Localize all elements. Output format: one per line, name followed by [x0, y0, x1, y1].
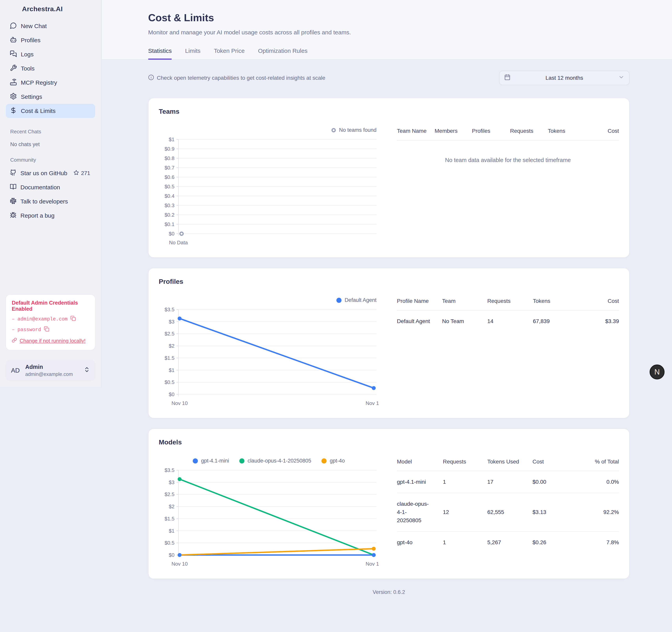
- community-item-label: Talk to developers: [20, 198, 68, 205]
- table-cell: 67,839: [533, 310, 584, 332]
- table-cell: 7.8%: [578, 531, 619, 553]
- user-menu[interactable]: AD Admin admin@example.com: [5, 360, 96, 381]
- sidebar-item-label: Tools: [21, 65, 34, 72]
- svg-text:$0.5: $0.5: [165, 184, 174, 189]
- legend-label: gpt-4o: [330, 458, 345, 464]
- svg-text:Nov 17: Nov 17: [366, 400, 379, 406]
- svg-text:No Data: No Data: [169, 239, 188, 246]
- column-header: Cost: [584, 296, 619, 310]
- profiles-card: Profiles Default Agent $3.5$3$2.5$2$1.5$…: [148, 268, 629, 418]
- table-cell: 62,555: [487, 493, 532, 531]
- profiles-card-title: Profiles: [159, 278, 619, 285]
- dev-indicator-button[interactable]: N: [650, 364, 665, 379]
- page-header: Cost & Limits Monitor and manage your AI…: [102, 0, 672, 60]
- community-item-report-bug[interactable]: Report a bug: [6, 208, 95, 223]
- svg-text:Nov 17: Nov 17: [366, 561, 379, 567]
- credential-password: password: [18, 327, 41, 333]
- legend-item: gpt-4o: [321, 458, 345, 464]
- legend-item: gpt-4.1-mini: [193, 458, 229, 464]
- sidebar-item-tools[interactable]: Tools: [6, 61, 95, 76]
- sidebar-item-label: Logs: [21, 51, 33, 58]
- bot-icon: [10, 36, 17, 45]
- credentials-link[interactable]: Change if not running locally!: [12, 337, 89, 344]
- svg-text:$3.5: $3.5: [165, 467, 174, 473]
- community-item-github[interactable]: Star us on GitHub 271: [6, 166, 95, 180]
- tab-limits[interactable]: Limits: [185, 48, 200, 59]
- sidebar-item-new-chat[interactable]: New Chat: [6, 19, 95, 33]
- svg-text:$1: $1: [169, 367, 174, 373]
- tab-optimization-rules[interactable]: Optimization Rules: [258, 48, 308, 59]
- table-cell: 14: [487, 310, 533, 332]
- dollar-icon: [10, 107, 17, 115]
- copy-icon[interactable]: [70, 315, 76, 323]
- svg-text:$0.6: $0.6: [165, 174, 174, 180]
- star-count: 271: [81, 170, 90, 176]
- community-list: Star us on GitHub 271 Documentation Talk…: [0, 166, 101, 223]
- sidebar-item-cost-limits[interactable]: Cost & Limits: [6, 104, 95, 118]
- svg-text:$2.5: $2.5: [165, 331, 174, 337]
- wrench-icon: [10, 65, 17, 73]
- svg-text:$2: $2: [169, 343, 174, 349]
- link-icon: [12, 337, 17, 344]
- svg-text:$0.5: $0.5: [165, 540, 174, 546]
- svg-text:$1: $1: [169, 136, 174, 143]
- chevron-down-icon: [618, 74, 624, 82]
- column-header: Team: [442, 296, 487, 310]
- tab-statistics[interactable]: Statistics: [148, 48, 172, 59]
- bullet: –: [12, 317, 15, 322]
- teams-card-title: Teams: [159, 108, 619, 115]
- legend-dot: [193, 458, 198, 463]
- table-cell: 1: [443, 531, 487, 553]
- calendar-icon: [504, 74, 510, 82]
- column-header: Tokens: [548, 126, 583, 140]
- column-header: Requests: [510, 126, 548, 140]
- table-cell: 5,267: [487, 531, 532, 553]
- column-header: Profile Name: [397, 296, 442, 310]
- copy-icon[interactable]: [44, 326, 49, 333]
- svg-text:Nov 10: Nov 10: [171, 400, 188, 406]
- column-header: Cost: [532, 457, 578, 471]
- column-header: Team Name: [397, 126, 435, 140]
- teams-legend: No teams found: [159, 127, 377, 133]
- sidebar-item-logs[interactable]: Logs: [6, 47, 95, 61]
- sidebar-item-label: Cost & Limits: [21, 108, 56, 114]
- router-icon: [10, 79, 17, 87]
- svg-text:$3: $3: [169, 479, 174, 485]
- column-header: Profiles: [472, 126, 510, 140]
- page-subtitle: Monitor and manage your AI model usage c…: [148, 29, 629, 36]
- table-header-row: ModelRequestsTokens UsedCost% of Total: [397, 457, 619, 471]
- community-item-label: Report a bug: [20, 212, 54, 219]
- sidebar: Archestra.AI New Chat Profiles Logs Tool…: [0, 0, 101, 387]
- svg-text:$0.5: $0.5: [165, 379, 174, 385]
- table-row: gpt-4o15,267$0.267.8%: [397, 531, 619, 553]
- table-cell: $0.26: [532, 531, 578, 553]
- community-item-talk-to-developers[interactable]: Talk to developers: [6, 195, 95, 208]
- table-row: Default AgentNo Team1467,839$3.39: [397, 310, 619, 332]
- tab-bar: Statistics Limits Token Price Optimizati…: [148, 48, 629, 59]
- svg-text:$1.5: $1.5: [165, 355, 174, 361]
- svg-text:$0.8: $0.8: [165, 155, 174, 161]
- credential-email: admin@example.com: [18, 317, 68, 322]
- user-name: Admin: [25, 364, 73, 370]
- svg-text:$2: $2: [169, 504, 174, 509]
- gear-icon: [10, 93, 17, 101]
- legend-item: Default Agent: [336, 297, 377, 303]
- legend-dot: [321, 458, 327, 463]
- sidebar-item-mcp-registry[interactable]: MCP Registry: [6, 76, 95, 90]
- sidebar-item-settings[interactable]: Settings: [6, 90, 95, 104]
- sidebar-item-profiles[interactable]: Profiles: [6, 33, 95, 47]
- github-icon: [10, 169, 17, 177]
- teams-empty-message: No team data available for the selected …: [397, 141, 619, 175]
- table-header-row: Profile NameTeamRequestsTokensCost: [397, 296, 619, 310]
- teams-chart: No teams found $1$0.9$0.8$0.7$0.6$0.5$0.…: [159, 115, 379, 249]
- table-cell: 12: [443, 493, 487, 531]
- table-cell: 17: [487, 471, 532, 493]
- telemetry-notice-text: Check open telemetry capabilities to get…: [157, 75, 326, 81]
- teams-table: Team NameMembersProfilesRequestsTokensCo…: [397, 126, 619, 249]
- community-item-documentation[interactable]: Documentation: [6, 180, 95, 195]
- date-range-select[interactable]: Last 12 months: [499, 71, 629, 85]
- svg-text:$0: $0: [169, 552, 174, 558]
- svg-text:$0.3: $0.3: [165, 202, 174, 208]
- info-icon: [148, 74, 154, 82]
- tab-token-price[interactable]: Token Price: [214, 48, 245, 59]
